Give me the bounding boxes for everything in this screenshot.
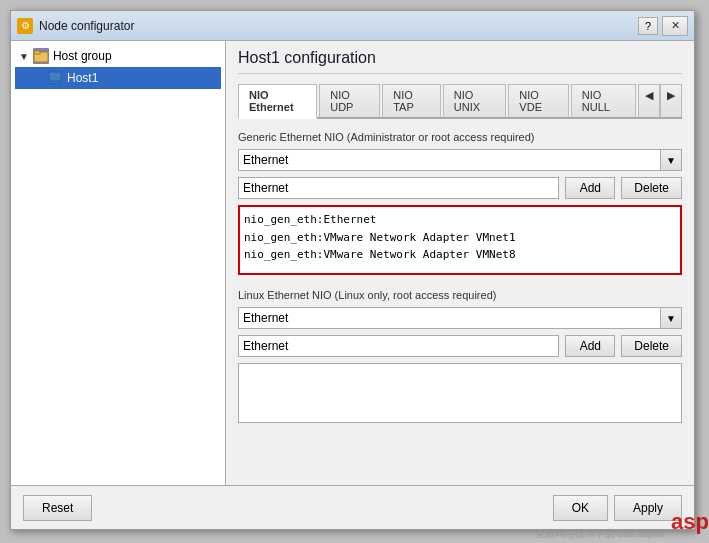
window-title: Node configurator bbox=[39, 19, 638, 33]
generic-ethernet-dropdown[interactable]: Ethernet bbox=[238, 149, 682, 171]
linux-nio-list[interactable] bbox=[238, 363, 682, 423]
bottom-bar: Reset OK Apply bbox=[11, 485, 694, 529]
tab-bar: NIO Ethernet NIO UDP NIO TAP NIO UNIX NI… bbox=[238, 84, 682, 119]
generic-input-row: Add Delete bbox=[238, 177, 682, 199]
content-area: ▼ Host group H bbox=[11, 41, 694, 529]
apply-button[interactable]: Apply bbox=[614, 495, 682, 521]
reset-button[interactable]: Reset bbox=[23, 495, 92, 521]
linux-input-row: Add Delete bbox=[238, 335, 682, 357]
tree-item-host1[interactable]: Host1 bbox=[15, 67, 221, 89]
linux-delete-button[interactable]: Delete bbox=[621, 335, 682, 357]
title-bar: ⚙ Node configurator ? ✕ bbox=[11, 11, 694, 41]
tab-nio-null[interactable]: NIO NULL bbox=[571, 84, 636, 117]
linux-ethernet-dropdown[interactable]: Ethernet bbox=[238, 307, 682, 329]
host-group-icon bbox=[33, 48, 49, 64]
tab-nio-vde[interactable]: NIO VDE bbox=[508, 84, 568, 117]
svg-rect-4 bbox=[50, 83, 60, 84]
node-configurator-window: ⚙ Node configurator ? ✕ ▼ Host group bbox=[10, 10, 695, 530]
svg-rect-1 bbox=[34, 51, 40, 54]
tab-nio-unix[interactable]: NIO UNIX bbox=[443, 84, 507, 117]
linux-section-label: Linux Ethernet NIO (Linux only, root acc… bbox=[238, 289, 682, 301]
linux-dropdown-row: Ethernet ▼ bbox=[238, 307, 682, 329]
generic-add-button[interactable]: Add bbox=[565, 177, 615, 199]
list-item: nio_gen_eth:VMware Network Adapter VMnet… bbox=[244, 229, 676, 247]
svg-rect-2 bbox=[49, 72, 61, 81]
linux-dropdown-wrapper: Ethernet ▼ bbox=[238, 307, 682, 329]
tab-nio-tap[interactable]: NIO TAP bbox=[382, 84, 441, 117]
tab-nav-prev[interactable]: ◀ bbox=[638, 84, 660, 117]
linux-add-button[interactable]: Add bbox=[565, 335, 615, 357]
panel-title: Host1 configuration bbox=[238, 49, 682, 74]
list-item: nio_gen_eth:VMware Network Adapter VMNet… bbox=[244, 246, 676, 264]
ok-button[interactable]: OK bbox=[553, 495, 608, 521]
close-button[interactable]: ✕ bbox=[662, 16, 688, 36]
right-panel: Host1 configuration NIO Ethernet NIO UDP… bbox=[226, 41, 694, 529]
list-item: nio_gen_eth:Ethernet bbox=[244, 211, 676, 229]
help-button[interactable]: ? bbox=[638, 17, 658, 35]
tab-nio-udp[interactable]: NIO UDP bbox=[319, 84, 380, 117]
tab-nio-ethernet[interactable]: NIO Ethernet bbox=[238, 84, 317, 119]
generic-ethernet-input[interactable] bbox=[238, 177, 559, 199]
generic-dropdown-row: Ethernet ▼ bbox=[238, 149, 682, 171]
host-group-label: Host group bbox=[53, 49, 112, 63]
title-bar-controls: ✕ bbox=[662, 16, 688, 36]
generic-dropdown-wrapper: Ethernet ▼ bbox=[238, 149, 682, 171]
window-icon: ⚙ bbox=[17, 18, 33, 34]
linux-ethernet-input[interactable] bbox=[238, 335, 559, 357]
tree-group-host[interactable]: ▼ Host group bbox=[15, 45, 221, 67]
tree-arrow: ▼ bbox=[19, 51, 29, 62]
generic-section-label: Generic Ethernet NIO (Administrator or r… bbox=[238, 131, 682, 143]
host-icon bbox=[47, 70, 63, 86]
generic-delete-button[interactable]: Delete bbox=[621, 177, 682, 199]
tree-panel: ▼ Host group H bbox=[11, 41, 226, 529]
generic-nio-list[interactable]: nio_gen_eth:Ethernet nio_gen_eth:VMware … bbox=[238, 205, 682, 275]
host1-label: Host1 bbox=[67, 71, 98, 85]
tab-nav-next[interactable]: ▶ bbox=[660, 84, 682, 117]
